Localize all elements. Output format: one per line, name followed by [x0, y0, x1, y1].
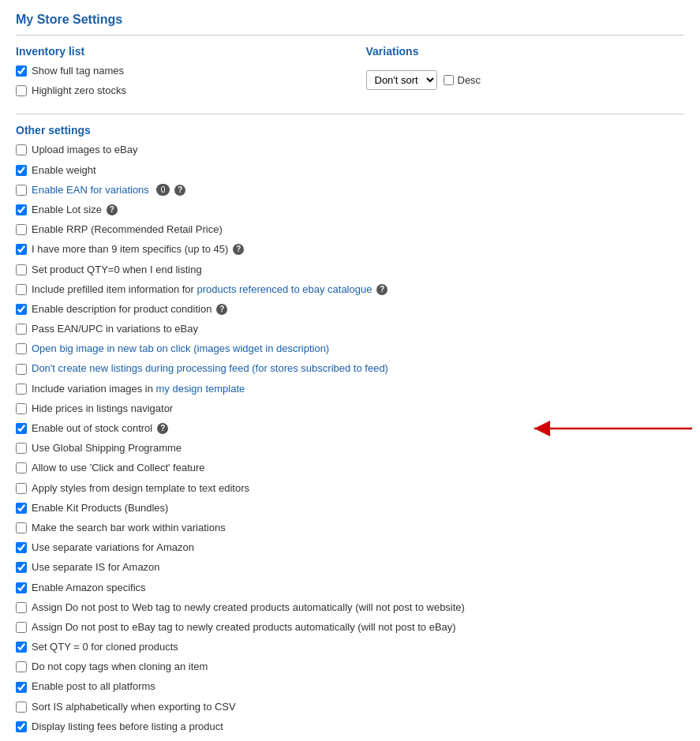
make-search-bar-row: Make the search bar work within variatio…: [16, 521, 684, 535]
include-prefilled-checkbox[interactable]: [16, 284, 27, 295]
highlight-zero-checkbox[interactable]: [16, 85, 27, 96]
upload-images-row: Upload images to eBay: [16, 143, 684, 157]
enable-amazon-specifics-label[interactable]: Enable Amazon specifics: [32, 581, 146, 595]
use-global-shipping-label[interactable]: Use Global Shipping Programme: [32, 441, 182, 455]
enable-post-all-checkbox[interactable]: [16, 682, 27, 693]
set-qty-zero-label[interactable]: Set product QTY=0 when I end listing: [32, 263, 202, 277]
display-listing-fees-checkbox[interactable]: [16, 721, 27, 732]
desc-label[interactable]: Desc: [458, 74, 481, 86]
apply-styles-row: Apply styles from design template to tex…: [16, 481, 684, 496]
open-big-image-checkbox[interactable]: [16, 343, 27, 354]
assign-web-tag-checkbox[interactable]: [16, 602, 27, 613]
dont-create-checkbox[interactable]: [16, 364, 27, 375]
enable-description-help-icon[interactable]: ?: [216, 304, 227, 315]
use-separate-amazon-checkbox[interactable]: [16, 542, 27, 553]
enable-lot-label[interactable]: Enable Lot size: [32, 203, 102, 217]
use-separate-is-label[interactable]: Use separate IS for Amazon: [32, 560, 160, 574]
item-specifics-help-icon[interactable]: ?: [233, 244, 244, 255]
design-template-link[interactable]: my design template: [156, 383, 245, 395]
pass-ean-label[interactable]: Pass EAN/UPC in variations to eBay: [32, 322, 198, 336]
dont-create-label[interactable]: Don't create new listings during process…: [32, 361, 388, 376]
apply-styles-checkbox[interactable]: [16, 483, 27, 494]
enable-weight-label[interactable]: Enable weight: [32, 163, 96, 178]
allow-click-collect-row: Allow to use 'Click and Collect' feature: [16, 461, 684, 475]
allow-click-collect-checkbox[interactable]: [16, 462, 27, 473]
enable-post-all-row: Enable post to all platforms: [16, 679, 684, 694]
use-global-shipping-checkbox[interactable]: [16, 443, 27, 454]
make-search-bar-checkbox[interactable]: [16, 522, 27, 533]
sort-is-alphabetically-checkbox[interactable]: [16, 702, 27, 713]
item-specifics-checkbox[interactable]: [16, 244, 27, 255]
do-not-copy-tags-label[interactable]: Do not copy tags when cloning an item: [32, 660, 208, 674]
enable-lot-help-icon[interactable]: ?: [107, 204, 118, 215]
desc-checkbox[interactable]: [444, 75, 454, 85]
hide-prices-label[interactable]: Hide prices in listings navigator: [32, 402, 173, 416]
hide-prices-checkbox[interactable]: [16, 403, 27, 414]
enable-description-label[interactable]: Enable description for product condition: [32, 302, 211, 316]
use-global-shipping-row: Use Global Shipping Programme: [16, 441, 684, 455]
use-separate-is-checkbox[interactable]: [16, 562, 27, 573]
open-big-image-link[interactable]: Open big image in new tab on click (imag…: [32, 342, 329, 354]
enable-ean-help-icon[interactable]: ?: [174, 185, 185, 196]
display-listing-fees-row: Display listing fees before listing a pr…: [16, 720, 684, 734]
show-full-tag-label[interactable]: Show full tag names: [32, 64, 124, 78]
dont-create-row: Don't create new listings during process…: [16, 361, 684, 376]
enable-rrp-checkbox[interactable]: [16, 224, 27, 235]
inventory-settings-list: Show full tag names Highlight zero stock…: [16, 64, 335, 101]
enable-out-of-stock-label[interactable]: Enable out of stock control: [32, 421, 152, 436]
assign-ebay-tag-checkbox[interactable]: [16, 622, 27, 633]
inventory-section-header: Inventory list: [16, 45, 335, 58]
show-full-tag-row: Show full tag names: [16, 64, 335, 78]
open-big-image-row: Open big image in new tab on click (imag…: [16, 342, 684, 356]
desc-checkbox-row: Desc: [444, 74, 481, 86]
open-big-image-label[interactable]: Open big image in new tab on click (imag…: [32, 342, 329, 356]
prefilled-link[interactable]: products referenced to ebay catalogue: [197, 283, 372, 295]
pass-ean-checkbox[interactable]: [16, 324, 27, 335]
enable-ean-label[interactable]: Enable EAN for variations: [32, 183, 149, 197]
ean-badge: 0: [156, 184, 170, 196]
include-variation-images-label[interactable]: Include variation images in my design te…: [32, 382, 245, 396]
apply-styles-label[interactable]: Apply styles from design template to tex…: [32, 481, 249, 496]
enable-rrp-row: Enable RRP (Recommended Retail Price): [16, 223, 684, 237]
enable-kit-label[interactable]: Enable Kit Products (Bundles): [32, 501, 168, 515]
item-specifics-label[interactable]: I have more than 9 item specifics (up to…: [32, 242, 228, 256]
include-variation-images-checkbox[interactable]: [16, 384, 27, 395]
sort-select[interactable]: Don't sort Sort A-Z Sort Z-A: [366, 70, 437, 90]
show-full-tag-checkbox[interactable]: [16, 65, 27, 77]
highlight-zero-label[interactable]: Highlight zero stocks: [32, 84, 126, 98]
enable-amazon-specifics-checkbox[interactable]: [16, 582, 27, 593]
enable-out-of-stock-help-icon[interactable]: ?: [157, 423, 168, 434]
display-listing-fees-label[interactable]: Display listing fees before listing a pr…: [32, 720, 223, 734]
set-qty-zero-row: Set product QTY=0 when I end listing: [16, 263, 684, 277]
set-qty-cloned-checkbox[interactable]: [16, 642, 27, 653]
enable-rrp-label[interactable]: Enable RRP (Recommended Retail Price): [32, 223, 223, 237]
include-prefilled-help-icon[interactable]: ?: [376, 284, 387, 295]
enable-post-all-label[interactable]: Enable post to all platforms: [32, 679, 155, 694]
dont-create-link[interactable]: Don't create new listings during process…: [32, 362, 388, 374]
assign-ebay-tag-label[interactable]: Assign Do not post to eBay tag to newly …: [32, 620, 456, 634]
variations-section-header: Variations: [366, 45, 685, 58]
include-prefilled-label[interactable]: Include prefilled item information for p…: [32, 283, 372, 297]
upload-images-label[interactable]: Upload images to eBay: [32, 143, 137, 157]
enable-weight-checkbox[interactable]: [16, 165, 27, 176]
enable-out-of-stock-checkbox[interactable]: [16, 423, 27, 434]
enable-ean-checkbox[interactable]: [16, 185, 27, 196]
make-search-bar-label[interactable]: Make the search bar work within variatio…: [32, 521, 226, 535]
use-separate-amazon-label[interactable]: Use separate variations for Amazon: [32, 541, 194, 555]
assign-ebay-tag-row: Assign Do not post to eBay tag to newly …: [16, 620, 684, 634]
assign-web-tag-label[interactable]: Assign Do not post to Web tag to newly c…: [32, 601, 465, 615]
enable-kit-checkbox[interactable]: [16, 503, 27, 514]
set-qty-cloned-row: Set QTY = 0 for cloned products: [16, 640, 684, 654]
include-prefilled-row: Include prefilled item information for p…: [16, 283, 684, 297]
enable-kit-row: Enable Kit Products (Bundles): [16, 501, 684, 515]
sort-is-alphabetically-label[interactable]: Sort IS alphabetically when exporting to…: [32, 700, 236, 714]
set-qty-zero-checkbox[interactable]: [16, 264, 27, 275]
hide-prices-row: Hide prices in listings navigator: [16, 402, 684, 416]
enable-description-checkbox[interactable]: [16, 304, 27, 315]
enable-ean-link[interactable]: Enable EAN for variations: [32, 184, 149, 196]
allow-click-collect-label[interactable]: Allow to use 'Click and Collect' feature: [32, 461, 205, 475]
upload-images-checkbox[interactable]: [16, 144, 27, 155]
set-qty-cloned-label[interactable]: Set QTY = 0 for cloned products: [32, 640, 178, 654]
enable-lot-checkbox[interactable]: [16, 204, 27, 215]
do-not-copy-tags-checkbox[interactable]: [16, 661, 27, 672]
